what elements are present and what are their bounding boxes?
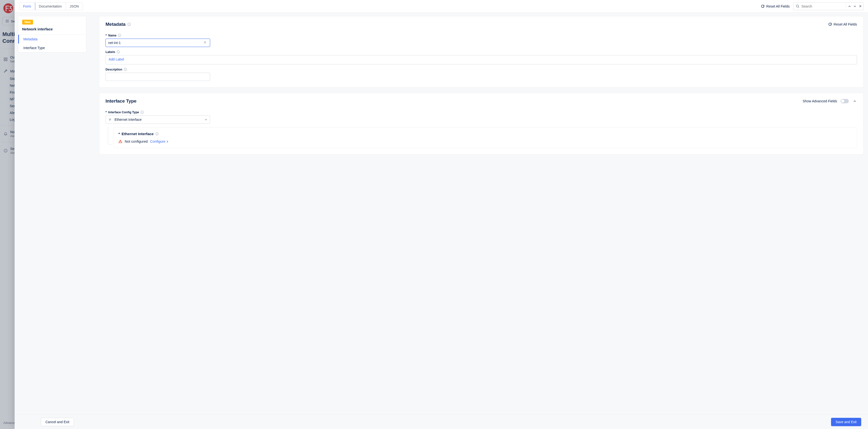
interface-config-type-field: * Interface Config Type Ethernet Interfa… — [105, 110, 857, 148]
info-icon[interactable] — [117, 50, 120, 54]
configure-link[interactable]: Configure — [150, 139, 169, 143]
info-icon[interactable] — [155, 132, 159, 136]
reset-all-card-label: Reset All Fields — [834, 22, 857, 26]
labels-field: Labels Add Label — [105, 50, 857, 64]
warning-icon — [118, 139, 122, 143]
info-icon[interactable] — [141, 110, 144, 114]
reset-icon — [761, 4, 765, 8]
advanced-fields-toggle[interactable] — [840, 99, 849, 103]
info-icon[interactable] — [124, 68, 127, 71]
add-label-link[interactable]: Add Label — [109, 57, 124, 61]
advanced-fields-label: Show Advanced Fields — [803, 99, 837, 103]
interface-type-card: Interface Type Show Advanced Fields * In… — [99, 93, 864, 155]
tab-form[interactable]: Form — [19, 2, 35, 10]
sheet-footer: Cancel and Exit Save and Exit — [14, 415, 868, 429]
search-input[interactable] — [801, 4, 844, 8]
search-icon — [796, 4, 800, 8]
reset-all-label: Reset All Fields — [766, 4, 790, 8]
search-clear-button[interactable] — [858, 4, 863, 9]
labels-container[interactable]: Add Label — [105, 55, 857, 64]
description-field: Description — [105, 68, 857, 81]
interface-config-type-label: Interface Config Type — [108, 110, 139, 114]
ethernet-interface-subcard: * Ethernet Interface Not configured Conf… — [113, 127, 857, 148]
reset-all-fields-top[interactable]: Reset All Fields — [761, 4, 790, 8]
description-input[interactable] — [108, 75, 207, 79]
view-mode-tabs: Form Documentation JSON — [19, 2, 83, 10]
form-content: Metadata Reset All Fields * — [86, 13, 868, 415]
search-next-button[interactable] — [852, 4, 857, 9]
metadata-title: Metadata — [105, 22, 125, 27]
labels-label: Labels — [105, 50, 115, 54]
edit-sheet: Form Documentation JSON Reset All Fields… — [14, 0, 868, 429]
ethernet-status-text: Not configured — [125, 139, 148, 143]
nav-title: Network interface — [22, 27, 82, 31]
info-icon[interactable] — [127, 23, 131, 26]
swap-icon — [108, 118, 112, 122]
metadata-card: Metadata Reset All Fields * — [99, 16, 864, 88]
collapse-section-button[interactable] — [852, 99, 857, 103]
new-badge: New — [22, 20, 33, 25]
interface-type-title: Interface Type — [105, 98, 136, 104]
tab-documentation[interactable]: Documentation — [35, 3, 66, 10]
save-button[interactable]: Save and Exit — [831, 418, 861, 426]
nav-item-interface-type[interactable]: Interface Type — [18, 43, 86, 52]
reset-icon — [828, 22, 832, 26]
description-label: Description — [105, 68, 122, 71]
name-field: * Name — [105, 34, 857, 47]
chevron-down-icon — [205, 118, 207, 121]
reset-all-fields-card[interactable]: Reset All Fields — [828, 22, 857, 26]
section-nav-panel: New Network interface Metadata Interface… — [14, 13, 86, 415]
interface-config-type-select[interactable]: Ethernet Interface — [105, 116, 210, 124]
search-box[interactable] — [793, 2, 864, 10]
sheet-header: Form Documentation JSON Reset All Fields — [14, 0, 868, 13]
cancel-button[interactable]: Cancel and Exit — [41, 418, 74, 426]
ethernet-interface-title: Ethernet Interface — [122, 132, 154, 136]
tab-json[interactable]: JSON — [66, 3, 83, 10]
svg-point-15 — [796, 5, 799, 7]
search-prev-button[interactable] — [847, 4, 852, 9]
name-input[interactable] — [108, 41, 202, 45]
name-label: Name — [108, 34, 117, 37]
interface-config-type-value: Ethernet Interface — [115, 118, 142, 122]
clear-icon[interactable] — [204, 41, 207, 45]
nav-item-metadata[interactable]: Metadata — [18, 35, 86, 43]
info-icon[interactable] — [118, 34, 121, 37]
